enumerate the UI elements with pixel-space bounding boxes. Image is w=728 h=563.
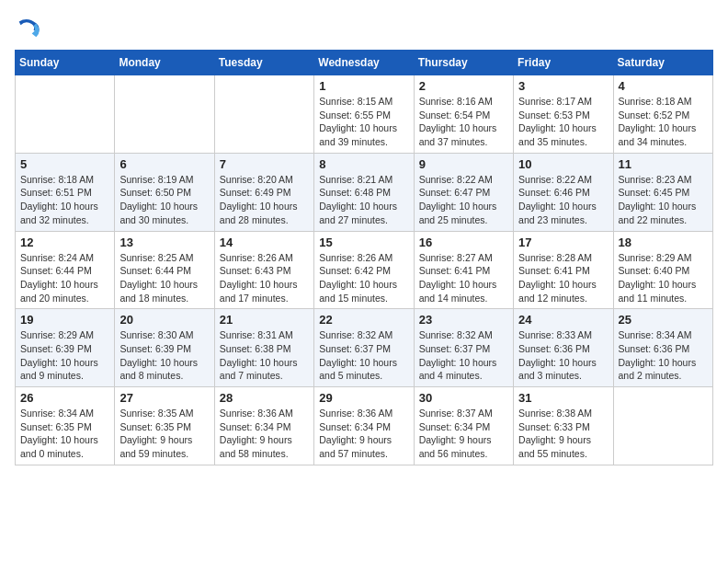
- logo: [15, 15, 44, 40]
- day-number: 16: [419, 236, 508, 249]
- day-number: 25: [619, 313, 708, 327]
- calendar-cell: 14Sunrise: 8:26 AM Sunset: 6:43 PM Dayli…: [214, 231, 313, 309]
- calendar-cell: 5Sunrise: 8:18 AM Sunset: 6:51 PM Daylig…: [16, 153, 115, 231]
- calendar-cell: 31Sunrise: 8:38 AM Sunset: 6:33 PM Dayli…: [514, 387, 613, 465]
- day-info: Sunrise: 8:26 AM Sunset: 6:42 PM Dayligh…: [319, 251, 408, 305]
- day-info: Sunrise: 8:23 AM Sunset: 6:45 PM Dayligh…: [619, 173, 708, 227]
- day-number: 15: [319, 236, 408, 249]
- calendar-week-row: 26Sunrise: 8:34 AM Sunset: 6:35 PM Dayli…: [16, 387, 713, 465]
- calendar-cell: 19Sunrise: 8:29 AM Sunset: 6:39 PM Dayli…: [16, 309, 115, 387]
- day-info: Sunrise: 8:18 AM Sunset: 6:52 PM Dayligh…: [619, 95, 708, 149]
- calendar-cell: 3Sunrise: 8:17 AM Sunset: 6:53 PM Daylig…: [514, 75, 613, 154]
- calendar-cell: 22Sunrise: 8:32 AM Sunset: 6:37 PM Dayli…: [314, 309, 414, 387]
- calendar-cell: 12Sunrise: 8:24 AM Sunset: 6:44 PM Dayli…: [16, 231, 115, 309]
- day-number: 29: [319, 391, 408, 405]
- calendar-cell: 6Sunrise: 8:19 AM Sunset: 6:50 PM Daylig…: [115, 153, 214, 231]
- day-info: Sunrise: 8:18 AM Sunset: 6:51 PM Dayligh…: [20, 173, 109, 227]
- calendar-cell: 10Sunrise: 8:22 AM Sunset: 6:46 PM Dayli…: [514, 153, 613, 231]
- day-info: Sunrise: 8:22 AM Sunset: 6:46 PM Dayligh…: [518, 173, 608, 227]
- day-info: Sunrise: 8:19 AM Sunset: 6:50 PM Dayligh…: [119, 173, 209, 227]
- calendar-cell: 30Sunrise: 8:37 AM Sunset: 6:34 PM Dayli…: [414, 387, 513, 465]
- day-number: 30: [419, 391, 508, 405]
- day-number: 11: [619, 157, 708, 171]
- day-number: 28: [220, 391, 309, 405]
- day-number: 4: [619, 79, 708, 93]
- day-info: Sunrise: 8:36 AM Sunset: 6:34 PM Dayligh…: [220, 407, 309, 461]
- day-info: Sunrise: 8:29 AM Sunset: 6:40 PM Dayligh…: [619, 251, 708, 305]
- day-number: 3: [518, 79, 608, 93]
- day-number: 17: [518, 236, 608, 249]
- day-number: 6: [119, 157, 209, 171]
- day-info: Sunrise: 8:15 AM Sunset: 6:55 PM Dayligh…: [319, 95, 408, 149]
- day-info: Sunrise: 8:34 AM Sunset: 6:36 PM Dayligh…: [619, 328, 708, 383]
- day-info: Sunrise: 8:31 AM Sunset: 6:38 PM Dayligh…: [220, 328, 309, 383]
- calendar-week-row: 12Sunrise: 8:24 AM Sunset: 6:44 PM Dayli…: [16, 231, 713, 309]
- header: [15, 15, 713, 40]
- calendar-cell: 21Sunrise: 8:31 AM Sunset: 6:38 PM Dayli…: [214, 309, 313, 387]
- day-number: 7: [220, 157, 309, 171]
- calendar-cell: 16Sunrise: 8:27 AM Sunset: 6:41 PM Dayli…: [414, 231, 513, 309]
- day-number: 27: [119, 391, 209, 405]
- day-info: Sunrise: 8:35 AM Sunset: 6:35 PM Dayligh…: [119, 407, 209, 461]
- calendar-week-row: 19Sunrise: 8:29 AM Sunset: 6:39 PM Dayli…: [16, 309, 713, 387]
- day-number: 20: [119, 313, 209, 327]
- calendar-cell: [214, 75, 313, 154]
- calendar-body: 1Sunrise: 8:15 AM Sunset: 6:55 PM Daylig…: [16, 75, 713, 465]
- day-number: 31: [518, 391, 608, 405]
- day-info: Sunrise: 8:21 AM Sunset: 6:48 PM Dayligh…: [319, 173, 408, 227]
- day-info: Sunrise: 8:30 AM Sunset: 6:39 PM Dayligh…: [119, 328, 209, 383]
- calendar-cell: 26Sunrise: 8:34 AM Sunset: 6:35 PM Dayli…: [16, 387, 115, 465]
- day-number: 26: [20, 391, 109, 405]
- day-number: 14: [220, 236, 309, 249]
- calendar-cell: 24Sunrise: 8:33 AM Sunset: 6:36 PM Dayli…: [514, 309, 613, 387]
- calendar-cell: [613, 387, 712, 465]
- calendar-cell: 23Sunrise: 8:32 AM Sunset: 6:37 PM Dayli…: [414, 309, 513, 387]
- day-info: Sunrise: 8:32 AM Sunset: 6:37 PM Dayligh…: [419, 328, 508, 383]
- day-number: 21: [220, 313, 309, 327]
- day-info: Sunrise: 8:20 AM Sunset: 6:49 PM Dayligh…: [220, 173, 309, 227]
- day-info: Sunrise: 8:27 AM Sunset: 6:41 PM Dayligh…: [419, 251, 508, 305]
- day-info: Sunrise: 8:33 AM Sunset: 6:36 PM Dayligh…: [518, 328, 608, 383]
- day-info: Sunrise: 8:28 AM Sunset: 6:41 PM Dayligh…: [518, 251, 608, 305]
- day-info: Sunrise: 8:24 AM Sunset: 6:44 PM Dayligh…: [20, 251, 109, 305]
- day-number: 23: [419, 313, 508, 327]
- day-number: 12: [20, 236, 109, 249]
- day-of-week-header: Sunday: [16, 51, 115, 75]
- day-of-week-header: Monday: [115, 51, 214, 75]
- calendar-cell: 4Sunrise: 8:18 AM Sunset: 6:52 PM Daylig…: [613, 75, 712, 154]
- calendar-cell: 25Sunrise: 8:34 AM Sunset: 6:36 PM Dayli…: [613, 309, 712, 387]
- day-number: 1: [319, 79, 408, 93]
- calendar-cell: 9Sunrise: 8:22 AM Sunset: 6:47 PM Daylig…: [414, 153, 513, 231]
- day-info: Sunrise: 8:38 AM Sunset: 6:33 PM Dayligh…: [518, 407, 608, 461]
- calendar-cell: 29Sunrise: 8:36 AM Sunset: 6:34 PM Dayli…: [314, 387, 414, 465]
- calendar-cell: 18Sunrise: 8:29 AM Sunset: 6:40 PM Dayli…: [613, 231, 712, 309]
- calendar-cell: 13Sunrise: 8:25 AM Sunset: 6:44 PM Dayli…: [115, 231, 214, 309]
- day-number: 9: [419, 157, 508, 171]
- day-info: Sunrise: 8:32 AM Sunset: 6:37 PM Dayligh…: [319, 328, 408, 383]
- day-number: 18: [619, 236, 708, 249]
- day-number: 2: [419, 79, 508, 93]
- calendar-cell: 28Sunrise: 8:36 AM Sunset: 6:34 PM Dayli…: [214, 387, 313, 465]
- day-number: 13: [119, 236, 209, 249]
- calendar-cell: 7Sunrise: 8:20 AM Sunset: 6:49 PM Daylig…: [214, 153, 313, 231]
- calendar-week-row: 5Sunrise: 8:18 AM Sunset: 6:51 PM Daylig…: [16, 153, 713, 231]
- day-info: Sunrise: 8:16 AM Sunset: 6:54 PM Dayligh…: [419, 95, 508, 149]
- day-number: 19: [20, 313, 109, 327]
- day-of-week-header: Wednesday: [314, 51, 414, 75]
- day-info: Sunrise: 8:29 AM Sunset: 6:39 PM Dayligh…: [20, 328, 109, 383]
- day-number: 5: [20, 157, 109, 171]
- day-info: Sunrise: 8:25 AM Sunset: 6:44 PM Dayligh…: [119, 251, 209, 305]
- day-info: Sunrise: 8:26 AM Sunset: 6:43 PM Dayligh…: [220, 251, 309, 305]
- day-number: 8: [319, 157, 408, 171]
- calendar-week-row: 1Sunrise: 8:15 AM Sunset: 6:55 PM Daylig…: [16, 75, 713, 154]
- calendar-cell: 17Sunrise: 8:28 AM Sunset: 6:41 PM Dayli…: [514, 231, 613, 309]
- day-of-week-header: Tuesday: [214, 51, 313, 75]
- calendar-cell: 27Sunrise: 8:35 AM Sunset: 6:35 PM Dayli…: [115, 387, 214, 465]
- day-number: 10: [518, 157, 608, 171]
- logo-icon: [15, 15, 40, 40]
- day-number: 24: [518, 313, 608, 327]
- calendar: SundayMondayTuesdayWednesdayThursdayFrid…: [15, 50, 713, 465]
- day-of-week-header: Friday: [514, 51, 613, 75]
- calendar-cell: [16, 75, 115, 154]
- calendar-cell: 15Sunrise: 8:26 AM Sunset: 6:42 PM Dayli…: [314, 231, 414, 309]
